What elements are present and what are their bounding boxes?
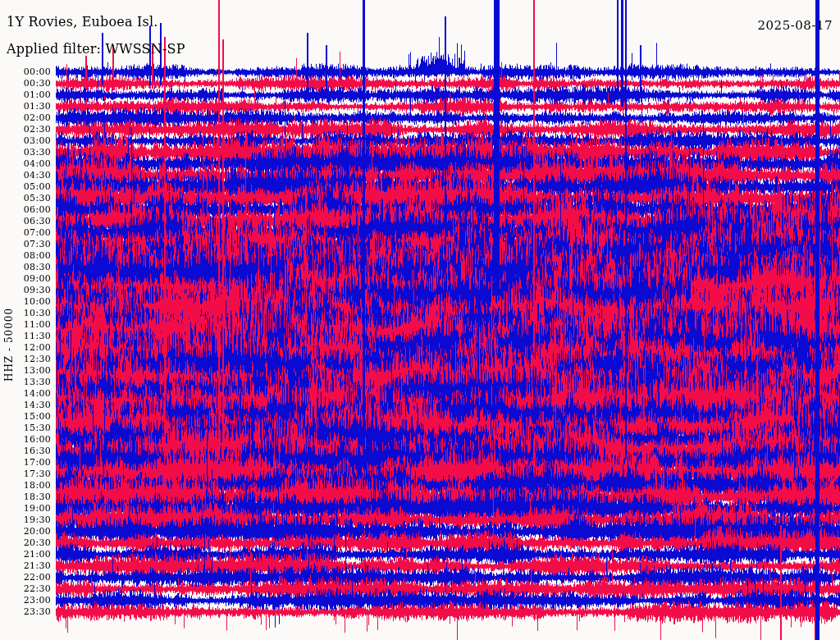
time-tick-label: 06:00 <box>0 205 51 215</box>
time-tick-label: 13:30 <box>0 377 51 387</box>
time-tick-label: 02:30 <box>0 125 51 135</box>
time-tick-label: 08:30 <box>0 263 51 272</box>
time-tick-label: 11:30 <box>0 331 51 341</box>
time-tick-label: 23:30 <box>0 607 51 617</box>
time-tick-label: 17:30 <box>0 469 51 479</box>
time-tick-label: 18:30 <box>0 492 51 502</box>
time-tick-label: 02:00 <box>0 113 51 123</box>
time-tick-label: 20:00 <box>0 527 51 537</box>
time-tick-label: 03:30 <box>0 148 51 158</box>
time-tick-label: 01:00 <box>0 90 51 100</box>
time-tick-label: 01:30 <box>0 102 51 112</box>
helicorder-screen: 1Y Rovies, Euboea Isl. Applied filter: W… <box>0 0 840 640</box>
time-tick-label: 16:00 <box>0 435 51 445</box>
time-tick-label: 12:00 <box>0 343 51 353</box>
time-tick-label: 17:00 <box>0 458 51 468</box>
time-tick-label: 09:00 <box>0 274 51 284</box>
time-tick-label: 11:00 <box>0 320 51 330</box>
time-tick-label: 22:00 <box>0 573 51 583</box>
time-tick-label: 21:00 <box>0 550 51 560</box>
time-tick-label: 00:30 <box>0 79 51 89</box>
time-tick-label: 14:30 <box>0 400 51 410</box>
time-tick-label: 03:00 <box>0 136 51 146</box>
time-tick-label: 15:00 <box>0 412 51 422</box>
seismogram-canvas <box>0 0 840 640</box>
date-label: 2025-08-17 <box>758 18 833 33</box>
time-tick-label: 21:30 <box>0 561 51 571</box>
time-tick-label: 04:00 <box>0 159 51 169</box>
time-tick-label: 00:00 <box>0 67 51 77</box>
time-tick-label: 15:30 <box>0 423 51 433</box>
time-tick-label: 10:00 <box>0 297 51 307</box>
time-tick-label: 20:30 <box>0 538 51 548</box>
time-tick-label: 05:00 <box>0 182 51 192</box>
time-tick-label: 16:30 <box>0 446 51 456</box>
time-tick-label: 07:00 <box>0 228 51 238</box>
time-tick-label: 22:30 <box>0 584 51 594</box>
time-tick-label: 05:30 <box>0 194 51 203</box>
time-tick-label: 09:30 <box>0 286 51 295</box>
time-axis: 00:0000:3001:0001:3002:0002:3003:0003:30… <box>0 0 52 640</box>
time-tick-label: 10:30 <box>0 309 51 318</box>
time-tick-label: 04:30 <box>0 171 51 181</box>
time-tick-label: 14:00 <box>0 389 51 399</box>
time-tick-label: 23:00 <box>0 596 51 606</box>
time-tick-label: 19:30 <box>0 515 51 525</box>
time-tick-label: 18:00 <box>0 481 51 491</box>
time-tick-label: 07:30 <box>0 240 51 249</box>
time-tick-label: 06:30 <box>0 217 51 226</box>
time-tick-label: 08:00 <box>0 251 51 261</box>
time-tick-label: 19:00 <box>0 504 51 514</box>
time-tick-label: 13:00 <box>0 366 51 376</box>
time-tick-label: 12:30 <box>0 354 51 364</box>
